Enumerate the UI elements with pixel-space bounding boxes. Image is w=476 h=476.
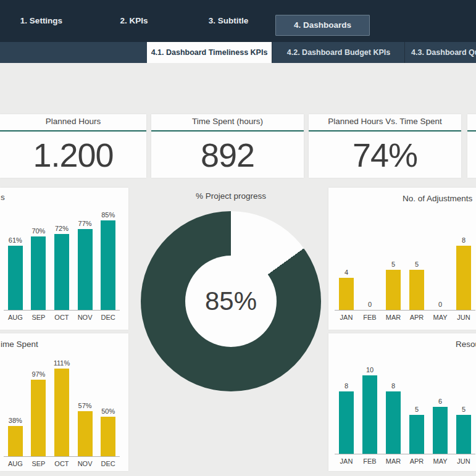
bar-group: 5 <box>405 406 428 454</box>
bar-value-label: 72% <box>55 225 69 232</box>
month-label: NOV <box>73 460 97 467</box>
month-label: OCT <box>50 460 73 467</box>
bar-value-label: 5 <box>415 261 419 268</box>
kpi-value: 1.200 <box>0 132 146 178</box>
kpi-card-planned-vs-spent: Planned Hours Vs. Time Spent 74% <box>309 114 461 178</box>
bar <box>54 369 69 456</box>
axis-line: JANFEBMARAPRMAYJUN <box>335 454 475 465</box>
bar-group: 61% <box>4 236 27 310</box>
bar <box>433 407 448 454</box>
bar-plot: 8108565JANFEBMARAPRMAYJUN <box>335 360 475 465</box>
kpi-value: 892 <box>151 132 304 178</box>
bar-value-label: 5 <box>415 406 419 413</box>
month-label: DEC <box>96 314 120 321</box>
bar <box>362 375 377 454</box>
bar-value-label: 77% <box>78 220 92 227</box>
bar-group: 77% <box>73 220 97 310</box>
bar-value-label: 6 <box>438 398 442 405</box>
axis-line: AUGSEPOCTNOVDEC <box>4 456 120 467</box>
chart-title-fragment: ime Spent <box>1 340 38 349</box>
bar <box>101 417 115 456</box>
chart-resources: Resou 8108565JANFEBMARAPRMAYJUN <box>328 333 476 471</box>
month-label: JUN <box>452 457 475 465</box>
bar-value-label: 5 <box>462 406 466 413</box>
bar-plot: 61%70%72%77%85%AUGSEPOCTNOVDEC <box>4 211 120 321</box>
bar <box>101 220 115 310</box>
bar <box>409 270 424 310</box>
bar-value-label: 10 <box>366 366 374 374</box>
bar-group: 57% <box>73 402 97 456</box>
bar-group: 5 <box>382 261 405 310</box>
bar-group: 0 <box>428 301 452 310</box>
bar-plot: 405508JANFEBMARAPRMAYJUN <box>335 214 475 321</box>
tab-subtitle[interactable]: 3. Subtitle <box>201 0 256 42</box>
bar-group: 50% <box>96 407 120 456</box>
donut-project-progress: 85% <box>141 211 321 391</box>
bar-group: 97% <box>27 370 51 456</box>
kpi-title: Time Spent (hours) <box>151 114 304 132</box>
donut-center-label: 85% <box>185 256 277 347</box>
chart-title: No. of Adjustments <box>403 194 472 203</box>
bar-group: 10 <box>358 366 382 454</box>
month-label: AUG <box>4 460 27 467</box>
bar-value-label: 8 <box>344 382 348 390</box>
chart-monthly-progress: s 61%70%72%77%85%AUGSEPOCTNOVDEC <box>0 188 128 330</box>
month-label: NOV <box>73 314 97 321</box>
top-nav-bar: 1. Settings 2. KPIs 3. Subtitle 4. Dashb… <box>0 0 476 42</box>
month-label: MAR <box>382 457 405 465</box>
month-label: MAY <box>428 457 452 465</box>
bar <box>31 380 46 456</box>
bar-value-label: 5 <box>391 261 395 268</box>
kpi-card-time-spent: Time Spent (hours) 892 <box>151 114 304 178</box>
bar <box>456 246 471 310</box>
subtab-timeliness-kpis[interactable]: 4.1. Dashboard Timeliness KPIs <box>147 42 272 63</box>
dashboard-screen: 1. Settings 2. KPIs 3. Subtitle 4. Dashb… <box>0 0 476 476</box>
chart-title-fragment: s <box>1 193 5 202</box>
tab-kpis[interactable]: 2. KPIs <box>106 0 162 42</box>
chart-time-spent-pct: ime Spent 38%97%111%57%50%AUGSEPOCTNOVDE… <box>0 333 128 471</box>
subtab-budget-kpis[interactable]: 4.2. Dashboard Budget KPIs <box>272 42 405 63</box>
bars-row: 38%97%111%57%50% <box>4 357 120 456</box>
bar-group: 0 <box>358 301 382 310</box>
bar-value-label: 61% <box>9 236 22 244</box>
bar-value-label: 111% <box>54 359 70 367</box>
bar-value-label: 8 <box>462 236 466 244</box>
month-label: FEB <box>358 457 382 465</box>
tab-settings[interactable]: 1. Settings <box>14 0 69 42</box>
bar <box>339 391 354 454</box>
bar-group: 111% <box>50 359 73 456</box>
month-label: MAY <box>428 314 452 321</box>
bar <box>456 415 471 454</box>
month-label: DEC <box>96 460 120 467</box>
kpi-title <box>467 114 476 132</box>
month-label: FEB <box>358 314 382 321</box>
month-label: SEP <box>27 314 51 321</box>
bar-group: 6 <box>428 398 452 454</box>
kpi-card-planned-hours: Planned Hours 1.200 <box>0 114 146 178</box>
bar-group: 8 <box>335 382 358 454</box>
month-label: AUG <box>4 314 27 321</box>
bar-value-label: 0 <box>368 301 372 308</box>
chart-adjustments: No. of Adjustments 405508JANFEBMARAPRMAY… <box>328 188 476 330</box>
bar-group: 8 <box>452 236 475 310</box>
bars-row: 8108565 <box>335 360 475 454</box>
bar <box>8 246 23 310</box>
bars-row: 61%70%72%77%85% <box>4 211 120 310</box>
bar <box>78 411 93 456</box>
donut-chart-title: % Project progress <box>157 191 305 201</box>
bar <box>8 426 23 456</box>
bar-value-label: 50% <box>101 407 115 415</box>
kpi-card-partial <box>467 114 476 178</box>
month-label: SEP <box>27 460 51 467</box>
bar-group: 85% <box>96 211 120 310</box>
tab-dashboards[interactable]: 4. Dashboards <box>275 15 370 36</box>
bar <box>409 415 424 454</box>
subtab-quality-kpis[interactable]: 4.3. Dashboard Qua <box>404 42 476 63</box>
bar-group: 8 <box>382 382 405 454</box>
chart-title-fragment: Resou <box>456 340 476 349</box>
kpi-title: Planned Hours Vs. Time Spent <box>309 114 461 132</box>
bar-value-label: 97% <box>31 370 45 378</box>
month-label: OCT <box>50 314 73 321</box>
bar-value-label: 85% <box>101 211 115 219</box>
bar-value-label: 57% <box>78 402 92 409</box>
